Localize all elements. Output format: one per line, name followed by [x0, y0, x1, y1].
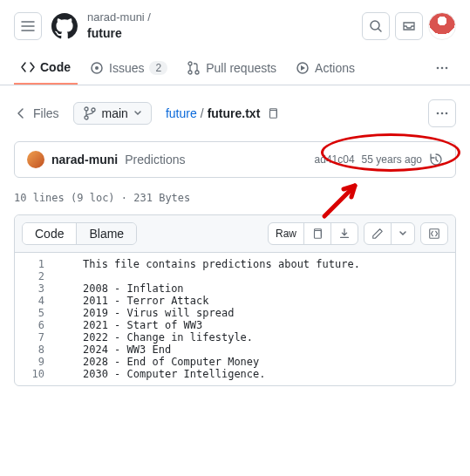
repo-nav-more[interactable] — [428, 52, 456, 84]
file-more-button[interactable] — [428, 99, 456, 127]
branch-select[interactable]: main — [73, 102, 152, 125]
tab-actions[interactable]: Actions — [289, 52, 362, 84]
tab-code-label: Code — [40, 60, 71, 74]
tab-issues[interactable]: Issues 2 — [83, 52, 174, 84]
line-content — [58, 270, 83, 282]
code-line: 82024 - WW3 End — [15, 343, 455, 356]
symbols-button[interactable] — [420, 222, 448, 245]
line-number[interactable]: 10 — [15, 368, 58, 380]
files-label: Files — [33, 106, 59, 120]
code-line: 52019 - Virus will spread — [15, 307, 455, 319]
symbols-icon — [428, 228, 440, 240]
play-icon — [296, 61, 310, 75]
svg-point-16 — [446, 112, 448, 115]
line-number[interactable]: 1 — [15, 258, 58, 270]
line-number[interactable]: 9 — [15, 356, 58, 368]
svg-point-12 — [92, 108, 95, 112]
svg-point-3 — [188, 62, 192, 65]
line-number[interactable]: 4 — [15, 295, 58, 307]
commit-sha[interactable]: ad41c04 — [315, 153, 355, 166]
latest-commit: narad-muni Predictions ad41c04 55 years … — [14, 141, 456, 178]
file-info: 10 lines (9 loc) · 231 Bytes — [0, 192, 470, 214]
history-icon — [429, 153, 443, 167]
svg-point-9 — [446, 67, 448, 70]
code-line: 32008 - Inflation — [15, 282, 455, 295]
tab-pulls[interactable]: Pull requests — [180, 52, 283, 84]
svg-point-10 — [85, 107, 88, 111]
github-logo-icon[interactable] — [51, 12, 78, 40]
branch-name: main — [102, 106, 128, 120]
tab-code[interactable]: Code — [14, 51, 78, 85]
history-button[interactable] — [429, 153, 443, 167]
svg-point-11 — [85, 116, 88, 119]
tab-issues-label: Issues — [109, 61, 144, 75]
repo-nav: Code Issues 2 Pull requests Actions — [0, 51, 470, 85]
kebab-icon — [435, 106, 449, 120]
svg-point-14 — [437, 112, 439, 115]
svg-point-5 — [195, 71, 199, 74]
tab-code-view[interactable]: Code — [23, 223, 76, 244]
line-number[interactable]: 8 — [15, 343, 58, 356]
code-line: 42011 - Terror Attack — [15, 295, 455, 307]
code-line: 102030 - Computer Intelligence. — [15, 368, 455, 380]
files-back-link[interactable]: Files — [14, 106, 59, 120]
file-view: Code Blame Raw — [14, 214, 456, 386]
copy-icon — [311, 228, 324, 240]
raw-button[interactable]: Raw — [269, 223, 303, 244]
commit-author-avatar[interactable] — [27, 151, 44, 168]
line-number[interactable]: 2 — [15, 270, 58, 282]
copy-icon — [267, 107, 279, 119]
commit-author[interactable]: narad-muni — [51, 153, 118, 167]
search-button[interactable] — [362, 12, 390, 40]
line-content: 2028 - End of Computer Money — [58, 356, 259, 368]
branch-icon — [83, 106, 97, 120]
breadcrumb: future / future.txt — [166, 104, 414, 123]
line-content: 2011 - Terror Attack — [58, 295, 209, 307]
menu-button[interactable] — [14, 12, 42, 40]
pull-request-icon — [187, 61, 201, 75]
line-content: 2022 - Change in lifestyle. — [58, 331, 253, 343]
commit-time[interactable]: 55 years ago — [362, 153, 422, 166]
svg-point-8 — [441, 67, 444, 70]
user-avatar[interactable] — [428, 12, 456, 40]
tab-blame-view[interactable]: Blame — [76, 223, 136, 244]
download-icon — [338, 228, 351, 240]
code-line: 2 — [15, 270, 455, 282]
svg-point-15 — [441, 112, 444, 115]
line-content: 2019 - Virus will spread — [58, 307, 234, 319]
issues-count: 2 — [149, 61, 167, 75]
svg-rect-13 — [270, 111, 277, 119]
file-nav: Files main future / future.txt — [0, 85, 470, 141]
file-toolbar: Code Blame Raw — [15, 215, 455, 253]
download-button[interactable] — [330, 223, 358, 244]
repo-owner[interactable]: narad-muni / — [87, 10, 353, 25]
code-line: 92028 - End of Computer Money — [15, 356, 455, 368]
issue-icon — [90, 61, 104, 75]
line-number[interactable]: 6 — [15, 319, 58, 331]
line-content: 2008 - Inflation — [58, 282, 184, 295]
svg-point-4 — [188, 71, 192, 74]
copy-path-button[interactable] — [263, 104, 283, 123]
line-number[interactable]: 3 — [15, 282, 58, 295]
line-number[interactable]: 7 — [15, 331, 58, 343]
repo-path: narad-muni / future — [87, 10, 353, 41]
inbox-button[interactable] — [395, 12, 423, 40]
tab-pulls-label: Pull requests — [206, 61, 276, 75]
copy-button[interactable] — [303, 223, 330, 244]
app-header: narad-muni / future — [0, 0, 470, 51]
chevron-down-icon — [398, 229, 407, 238]
code-line: 72022 - Change in lifestyle. — [15, 331, 455, 343]
svg-point-7 — [437, 67, 439, 70]
commit-message[interactable]: Predictions — [125, 153, 185, 167]
edit-dropdown[interactable] — [391, 223, 414, 244]
edit-button[interactable] — [364, 223, 391, 244]
breadcrumb-root[interactable]: future — [166, 106, 197, 120]
code-icon — [21, 60, 35, 74]
line-number[interactable]: 5 — [15, 307, 58, 319]
tab-actions-label: Actions — [315, 61, 355, 75]
svg-point-2 — [95, 66, 99, 70]
code-body: 1This file contains predictions about fu… — [15, 253, 455, 385]
arrow-left-icon — [14, 106, 28, 120]
repo-name[interactable]: future — [87, 25, 353, 41]
line-content: 2021 - Start of WW3 — [58, 319, 202, 331]
